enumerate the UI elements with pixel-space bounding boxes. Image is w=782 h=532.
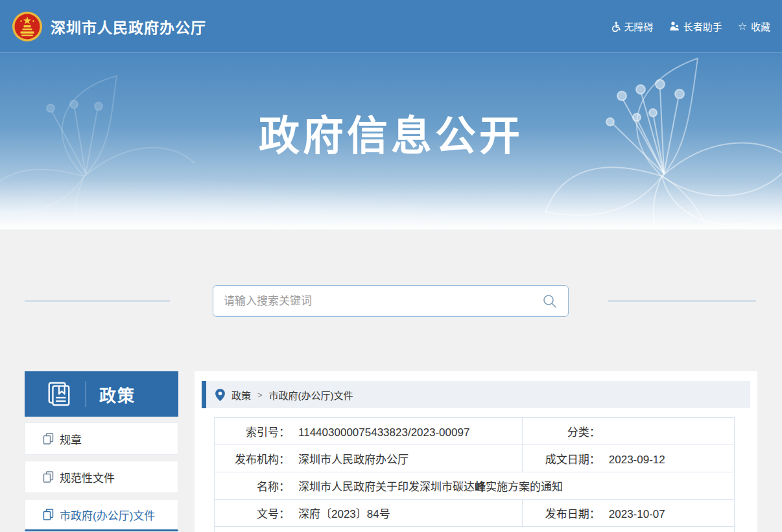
- sidebar-item-guifanxingwenjian[interactable]: 规范性文件: [25, 461, 178, 493]
- category-label: 分类：: [523, 423, 600, 439]
- pub-date-cell: 发布日期：2023-10-07: [522, 500, 734, 527]
- name-label: 名称：: [215, 478, 290, 494]
- sidebar-item-guizhang[interactable]: 规章: [25, 422, 178, 455]
- doc-no-label: 文号：: [215, 505, 290, 521]
- search-icon: [542, 294, 558, 309]
- breadcrumb-item-current: 市政府(办公厅)文件: [269, 388, 353, 402]
- elder-assistant-link[interactable]: 长者助手: [669, 19, 722, 33]
- site-brand: 深圳市人民政府办公厅: [12, 11, 206, 42]
- agency-value: 深圳市人民政府办公厅: [298, 454, 409, 466]
- accessibility-link[interactable]: 无障碍: [610, 19, 654, 33]
- decor-line-left: [25, 301, 170, 301]
- header-utility-links: 无障碍 长者助手 ☆ 收藏: [610, 19, 770, 33]
- breadcrumb-separator: >: [257, 390, 263, 400]
- date-written-label: 成文日期：: [523, 450, 600, 467]
- table-row-index-category: 索引号：114403000075433823/2023-00097 分类：: [215, 418, 735, 445]
- book-icon: [45, 380, 73, 408]
- banner: 政府信息公开: [0, 53, 782, 229]
- site-header: 深圳市人民政府办公厅 无障碍 长者助手: [0, 0, 782, 53]
- sidebar-title: 政策: [99, 382, 136, 406]
- document-icon: [43, 509, 54, 520]
- agency-cell: 发布机构：深圳市人民政府办公厅: [215, 445, 523, 472]
- pub-date-value: 2023-10-07: [609, 508, 665, 520]
- search-box: [213, 285, 569, 317]
- content-area: 政策 规章: [0, 229, 782, 532]
- star-icon: ☆: [738, 21, 747, 32]
- agency-label: 发布机构：: [215, 450, 290, 467]
- favorite-link[interactable]: ☆ 收藏: [738, 19, 770, 33]
- table-row-agency-date: 发布机构：深圳市人民政府办公厅 成文日期：2023-09-12: [215, 445, 735, 472]
- elder-assistant-icon: [669, 21, 680, 32]
- sidebar-item-label: 市政府(办公厅)文件: [60, 507, 155, 523]
- accessibility-label: 无障碍: [624, 19, 654, 33]
- content-columns: 政策 规章: [25, 371, 757, 532]
- doc-no-value: 深府〔2023〕84号: [298, 508, 390, 520]
- main-panel: 政策 > 市政府(办公厅)文件 索引号：114403000075433823/2…: [195, 371, 757, 532]
- sidebar-header-divider: [86, 381, 86, 407]
- partial-cell: [215, 527, 735, 532]
- pub-date-label: 发布日期：: [523, 505, 600, 521]
- sidebar-item-label: 规章: [60, 431, 82, 447]
- decor-line-right: [608, 301, 756, 301]
- elder-assistant-label: 长者助手: [683, 19, 722, 33]
- table-row-docno-pubdate: 文号：深府〔2023〕84号 发布日期：2023-10-07: [215, 500, 735, 527]
- doc-no-cell: 文号：深府〔2023〕84号: [215, 500, 523, 527]
- document-info-table: 索引号：114403000075433823/2023-00097 分类： 发布…: [214, 417, 735, 532]
- page-root: 深圳市人民政府办公厅 无障碍 长者助手: [0, 0, 782, 532]
- date-written-cell: 成文日期：2023-09-12: [522, 445, 734, 472]
- page-title: 政府信息公开: [0, 53, 782, 161]
- name-value: 深圳市人民政府关于印发深圳市碳达峰实施方案的通知: [298, 481, 563, 493]
- category-cell: 分类：: [522, 418, 734, 445]
- breadcrumb-item-policy[interactable]: 政策: [231, 388, 251, 402]
- search-input[interactable]: [213, 295, 537, 308]
- name-cell: 名称：深圳市人民政府关于印发深圳市碳达峰实施方案的通知: [215, 472, 735, 500]
- sidebar-item-shizhengfu-wenjian[interactable]: 市政府(办公厅)文件: [25, 499, 178, 531]
- table-row-partial: [215, 527, 735, 532]
- table-row-name: 名称：深圳市人民政府关于印发深圳市碳达峰实施方案的通知: [215, 472, 735, 500]
- breadcrumb: 政策 > 市政府(办公厅)文件: [202, 381, 750, 408]
- highlighted-keyword: 峰: [475, 481, 486, 493]
- sidebar: 政策 规章: [25, 371, 178, 532]
- index-cell: 索引号：114403000075433823/2023-00097: [215, 418, 523, 445]
- search-button[interactable]: [537, 294, 568, 309]
- national-emblem-icon: [12, 11, 43, 42]
- date-written-value: 2023-09-12: [609, 454, 665, 466]
- map-pin-icon: [215, 389, 225, 401]
- document-icon: [43, 471, 54, 483]
- index-label: 索引号：: [215, 423, 290, 439]
- index-value: 114403000075433823/2023-00097: [298, 426, 469, 439]
- document-icon: [43, 433, 54, 445]
- site-title: 深圳市人民政府办公厅: [51, 16, 206, 38]
- accessibility-icon: [610, 21, 621, 32]
- favorite-label: 收藏: [751, 19, 770, 33]
- sidebar-item-label: 规范性文件: [60, 469, 115, 485]
- sidebar-header: 政策: [25, 371, 178, 417]
